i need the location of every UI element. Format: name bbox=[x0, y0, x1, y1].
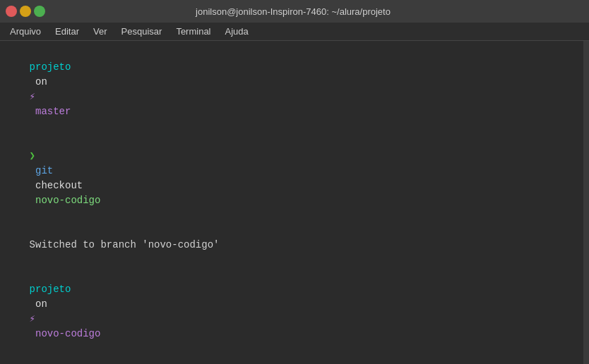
branch-name-4: novo-codigo bbox=[30, 328, 101, 339]
terminal-line-2: ❯ git checkout novo-codigo bbox=[6, 134, 583, 223]
maximize-button[interactable] bbox=[34, 6, 45, 17]
branch-name-1: master bbox=[30, 106, 71, 117]
on-text-1: on bbox=[30, 76, 54, 87]
cmd-arg-2: novo-codigo bbox=[30, 195, 101, 206]
scrollbar-track[interactable] bbox=[583, 41, 589, 364]
prompt-2: ❯ bbox=[30, 150, 35, 162]
menu-bar: Arquivo Editar Ver Pesquisar Terminal Aj… bbox=[0, 23, 589, 41]
minimize-button[interactable] bbox=[20, 6, 31, 17]
window-controls[interactable] bbox=[6, 6, 45, 17]
output-3: Switched to branch 'novo-codigo' bbox=[30, 239, 220, 250]
project-name-1: projeto bbox=[30, 61, 71, 73]
terminal-line-4: projeto on ⚡ novo-codigo bbox=[6, 267, 583, 356]
close-button[interactable] bbox=[6, 6, 17, 17]
terminal-line-1: projeto on ⚡ master bbox=[6, 45, 583, 134]
cmd-git-2: git bbox=[30, 165, 54, 176]
terminal-line-3: Switched to branch 'novo-codigo' bbox=[6, 223, 583, 267]
branch-icon-1: ⚡ bbox=[30, 91, 35, 102]
window-title: jonilson@jonilson-Inspiron-7460: ~/alura… bbox=[45, 6, 541, 17]
menu-ver[interactable]: Ver bbox=[86, 25, 114, 38]
menu-pesquisar[interactable]: Pesquisar bbox=[114, 25, 169, 38]
menu-arquivo[interactable]: Arquivo bbox=[3, 25, 48, 38]
menu-terminal[interactable]: Terminal bbox=[169, 25, 218, 38]
on-text-4: on bbox=[30, 298, 54, 310]
menu-ajuda[interactable]: Ajuda bbox=[218, 25, 256, 38]
project-name-4: projeto bbox=[30, 284, 71, 295]
terminal-line-5: ❯ git checkout -- index.html bbox=[6, 356, 583, 364]
branch-icon-4: ⚡ bbox=[30, 313, 35, 324]
cmd-checkout-2: checkout bbox=[30, 180, 83, 191]
terminal-content[interactable]: projeto on ⚡ master ❯ git checkout novo-… bbox=[0, 41, 589, 364]
title-bar: jonilson@jonilson-Inspiron-7460: ~/alura… bbox=[0, 0, 589, 23]
menu-editar[interactable]: Editar bbox=[48, 25, 86, 38]
